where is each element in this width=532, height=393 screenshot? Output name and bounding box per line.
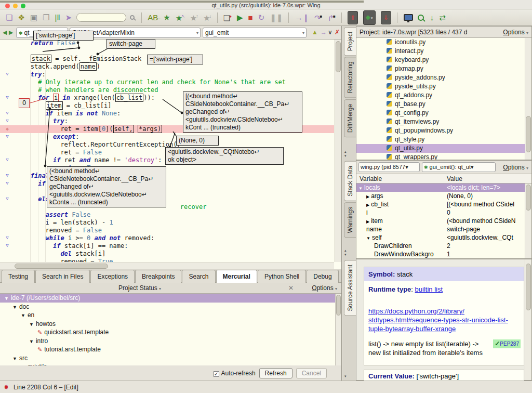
expander-icon[interactable]: ▼: [358, 186, 363, 191]
code-line[interactable]: [0, 188, 334, 195]
fold-marker[interactable]: ▽: [4, 71, 11, 76]
fold-marker[interactable]: ▽: [4, 157, 11, 162]
goto-definition-icon[interactable]: →: [321, 29, 327, 36]
fold-marker[interactable]: ▽: [4, 134, 11, 139]
cancel-button[interactable]: Cancel: [296, 368, 327, 378]
code-line[interactable]: assert False: [0, 211, 334, 219]
step-out-icon[interactable]: ↱■: [327, 11, 335, 24]
prev-bookmark-icon[interactable]: ★↑: [190, 11, 198, 24]
code-line[interactable]: finally:: [0, 172, 334, 180]
fold-marker[interactable]: ▽: [4, 110, 11, 115]
stack-variable-row[interactable]: i0: [356, 208, 525, 217]
sidebar-tab-refactoring[interactable]: Refactoring: [344, 57, 356, 98]
forward-icon[interactable]: ▶: [9, 29, 13, 36]
code-line[interactable]: del stack[i]: [0, 250, 334, 258]
file-selector[interactable]: ✱qt_utils.py: [16, 28, 68, 38]
next-bookmark-icon[interactable]: ★↓: [203, 11, 211, 24]
code-line[interactable]: if stack[i] == name:: [0, 242, 334, 250]
tree-item[interactable]: ✎quickstart.arst.template: [0, 328, 341, 337]
tree-scrollbar[interactable]: [335, 294, 341, 365]
code-line[interactable]: # Only iterate up to current len and che…: [0, 78, 334, 86]
stack-variable-row[interactable]: DrawChildren2: [356, 242, 525, 250]
tree-item[interactable]: ▼en: [0, 311, 341, 320]
code-line[interactable]: stack.append(name): [0, 63, 334, 71]
tab-search[interactable]: Search: [182, 270, 215, 283]
fold-marker[interactable]: ▽: [4, 196, 11, 201]
sidebar-tab-project[interactable]: Project: [344, 27, 356, 56]
project-file[interactable]: pyside_utils.py: [356, 82, 525, 91]
tab-exceptions[interactable]: Exceptions: [90, 270, 135, 283]
expander-icon[interactable]: ▶: [366, 219, 369, 224]
fold-marker[interactable]: ▽: [4, 243, 11, 248]
sidebar-tab-warnings[interactable]: Warnings: [344, 202, 356, 238]
debug-continue-icon[interactable]: ▶: [237, 12, 243, 23]
stack-frame-selector[interactable]: ✱gui_emit(): qt_ut▾: [422, 162, 496, 172]
project-file[interactable]: keyboard.py: [356, 56, 525, 64]
fold-marker[interactable]: ▽: [4, 118, 11, 123]
stack-variable-row[interactable]: DrawWindowBackgro1: [356, 250, 525, 258]
expander-icon[interactable]: ▼: [366, 236, 370, 241]
code-line[interactable]: if item is not None:: [0, 110, 334, 117]
stack-variable-row[interactable]: ▶cb_list[(<bound method CSideI: [356, 200, 525, 208]
scope-selector[interactable]: QtWidgetAdapterMixin▾: [70, 28, 201, 38]
expander-icon[interactable]: ▼: [29, 339, 34, 344]
current-line-marker[interactable]: ◆: [4, 126, 11, 132]
frame-down-icon[interactable]: ⇓: [381, 11, 391, 24]
expander-icon[interactable]: ▶: [366, 194, 369, 199]
expander-icon[interactable]: ▶: [366, 203, 369, 207]
pause-icon[interactable]: ❚❚: [270, 12, 283, 23]
project-file[interactable]: qt_base.py: [356, 100, 525, 109]
strip-scroll-arrows[interactable]: ▾: [344, 374, 347, 378]
code-line[interactable]: reflect.ReportCurrentException(): [0, 141, 334, 149]
fold-marker[interactable]: ▽: [4, 235, 11, 240]
expander-icon[interactable]: ▼: [12, 305, 17, 310]
project-file[interactable]: pyside_addons.py: [356, 73, 525, 82]
panel-close-icon[interactable]: ✕: [288, 284, 294, 292]
code-area[interactable]: return Falsestack = self.__fEmissionStac…: [0, 40, 334, 262]
update-icon[interactable]: ↓: [430, 12, 434, 23]
sidebar-tab-diff-merge[interactable]: Diff/Merge: [344, 99, 356, 137]
tree-item[interactable]: ▼src: [0, 354, 341, 363]
stack-variable-row[interactable]: nameswitch-page: [356, 225, 525, 233]
new-file-icon[interactable]: ❏: [6, 12, 12, 23]
tree-item[interactable]: ▼howtos: [0, 320, 341, 329]
code-line[interactable]: recover: [0, 203, 334, 211]
project-file[interactable]: pixmap.py: [356, 64, 525, 73]
tab-search-in-files[interactable]: Search in Files: [35, 270, 90, 283]
breakpoint-file-icon[interactable]: ❏●: [223, 11, 232, 24]
stack-scrollbar[interactable]: [525, 184, 531, 258]
expander-icon[interactable]: ▼: [29, 322, 34, 327]
tree-item[interactable]: ▼ide-7 (/Users/sdeibel/src): [0, 294, 341, 303]
project-status-selector[interactable]: Project Status ▾: [118, 284, 161, 292]
project-file[interactable]: qt_addons.py: [356, 91, 525, 100]
code-line[interactable]: else: [0, 195, 334, 203]
frame-up-icon[interactable]: ⇑: [348, 11, 358, 24]
tab-debug[interactable]: Debug: [307, 270, 338, 283]
code-line[interactable]: stack = self.__fEmissionStack: [0, 55, 334, 63]
project-options-button[interactable]: Options ▾: [503, 29, 528, 36]
tree-item[interactable]: ✎tutorial.arst.template: [0, 345, 341, 354]
expander-icon[interactable]: ▼: [21, 313, 25, 318]
debug-stop-icon[interactable]: ■: [248, 12, 253, 23]
project-file[interactable]: interact.py: [356, 47, 525, 56]
close-editor-icon[interactable]: ✗: [335, 29, 340, 36]
tab-breakpoints[interactable]: Breakpoints: [135, 270, 181, 283]
save-icon[interactable]: ▣: [30, 12, 37, 23]
project-scrollbar[interactable]: [525, 38, 531, 160]
project-file[interactable]: qt_itemviews.py: [356, 117, 525, 126]
debug-io-icon[interactable]: [404, 14, 413, 21]
code-line[interactable]: while i >= 0 and not removed:: [0, 234, 334, 242]
sidebar-tab-stack-data[interactable]: Stack Data: [344, 161, 356, 201]
assistant-scrollbar[interactable]: [525, 259, 531, 380]
fold-marker[interactable]: ▽: [4, 95, 11, 100]
code-line[interactable]: try:: [0, 71, 334, 78]
project-file[interactable]: qt_config.py: [356, 109, 525, 117]
step-into-icon[interactable]: →❙: [295, 12, 309, 23]
symbol-selector[interactable]: gui_emit▾: [203, 28, 307, 38]
project-file[interactable]: qt_popupwindows.py: [356, 126, 525, 135]
code-line[interactable]: for i in xrange(len(cb_list)):: [0, 94, 334, 102]
back-icon[interactable]: ◀: [3, 29, 7, 36]
frame-current-icon[interactable]: ◆▾: [363, 10, 376, 25]
project-file[interactable]: qt_style.py: [356, 135, 525, 144]
bookmark-icon[interactable]: ★: [163, 12, 170, 23]
